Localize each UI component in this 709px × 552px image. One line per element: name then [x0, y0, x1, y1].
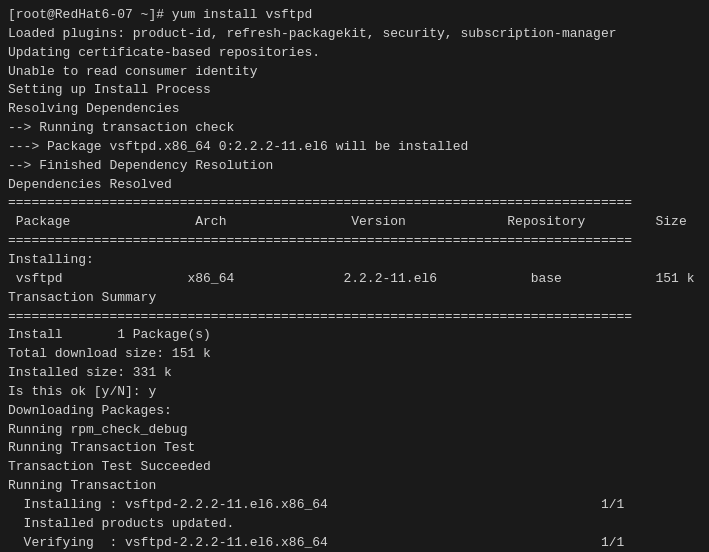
terminal-line-l20: Total download size: 151 k	[8, 345, 701, 364]
terminal-line-sep2: ========================================…	[8, 232, 701, 251]
terminal-line-l2: Loaded plugins: product-id, refresh-pack…	[8, 25, 701, 44]
terminal-line-l5: Setting up Install Process	[8, 81, 701, 100]
terminal-line-l6: Resolving Dependencies	[8, 100, 701, 119]
terminal-line-l23: Downloading Packages:	[8, 402, 701, 421]
terminal-line-l21: Installed size: 331 k	[8, 364, 701, 383]
terminal-line-sep1: ========================================…	[8, 194, 701, 213]
terminal-line-l18: Install 1 Package(s)	[8, 326, 701, 345]
terminal-line-l1: [root@RedHat6-07 ~]# yum install vsftpd	[8, 6, 701, 25]
terminal-line-l17: Transaction Summary	[8, 289, 701, 308]
terminal-line-l27: Running Transaction	[8, 477, 701, 496]
terminal-line-l24: Running rpm_check_debug	[8, 421, 701, 440]
terminal-line-l15: vsftpd x86_64 2.2.2-11.el6 base 151 k	[8, 270, 701, 289]
terminal-line-l14: Installing:	[8, 251, 701, 270]
terminal-line-l22: Is this ok [y/N]: y	[8, 383, 701, 402]
terminal-line-l3: Updating certificate-based repositories.	[8, 44, 701, 63]
terminal-line-l29: Installed products updated.	[8, 515, 701, 534]
terminal-line-l13: Package Arch Version Repository Size	[8, 213, 701, 232]
terminal-line-sep3: ========================================…	[8, 308, 701, 327]
terminal-line-l28: Installing : vsftpd-2.2.2-11.el6.x86_64 …	[8, 496, 701, 515]
terminal-line-l7: --> Running transaction check	[8, 119, 701, 138]
terminal-line-l9: --> Finished Dependency Resolution	[8, 157, 701, 176]
terminal-line-l8: ---> Package vsftpd.x86_64 0:2.2.2-11.el…	[8, 138, 701, 157]
terminal-line-l25: Running Transaction Test	[8, 439, 701, 458]
terminal-window[interactable]: [root@RedHat6-07 ~]# yum install vsftpdL…	[0, 0, 709, 552]
terminal-line-l11: Dependencies Resolved	[8, 176, 701, 195]
terminal-line-l4: Unable to read consumer identity	[8, 63, 701, 82]
terminal-line-l26: Transaction Test Succeeded	[8, 458, 701, 477]
terminal-line-l30: Verifying : vsftpd-2.2.2-11.el6.x86_64 1…	[8, 534, 701, 552]
